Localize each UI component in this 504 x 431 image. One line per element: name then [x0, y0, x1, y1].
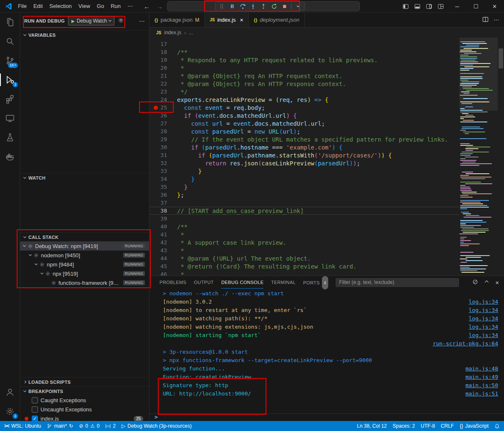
clear-console-icon[interactable]	[472, 279, 478, 286]
line-number[interactable]: 43	[149, 247, 177, 254]
source-link[interactable]: log.js:34	[469, 323, 498, 331]
call-stack-section-header[interactable]: CALL STACK	[20, 232, 149, 241]
toolbar-grip-icon[interactable]	[217, 2, 226, 10]
status-cursor[interactable]: Ln 38, Col 12	[357, 423, 387, 429]
line-number[interactable]: 26	[149, 112, 177, 119]
line-number[interactable]: 25	[149, 104, 177, 111]
callstack-row[interactable]: npx [9519]RUNNING	[20, 269, 149, 278]
line-number[interactable]: 39	[149, 216, 177, 222]
console-filter-input[interactable]	[336, 278, 459, 287]
close-tab-icon[interactable]: ×	[240, 17, 243, 23]
search-icon[interactable]	[0, 32, 20, 51]
panel-tab-output[interactable]: OUTPUT	[194, 276, 214, 289]
source-link[interactable]: log.js:34	[469, 331, 498, 340]
toggle-sidebar-icon[interactable]	[401, 3, 410, 10]
source-link[interactable]: log.js:34	[469, 298, 498, 306]
tab-deployment.json[interactable]: {}deployment.json	[249, 13, 305, 27]
status-bell[interactable]	[494, 423, 500, 429]
breadcrumb[interactable]: JS index.js › ...	[149, 28, 504, 38]
line-number[interactable]: 29	[149, 136, 177, 142]
split-editor-icon[interactable]	[482, 16, 489, 24]
menu-run[interactable]: Run	[107, 0, 124, 13]
close-panel-icon[interactable]: ×	[495, 279, 499, 286]
line-number[interactable]: 42	[149, 239, 177, 246]
back-arrow-icon[interactable]: ←	[144, 3, 150, 10]
source-link[interactable]: run-script-pkg.js:64	[433, 340, 498, 348]
status-language[interactable]: {}JavaScript	[460, 423, 489, 429]
chevron-down-icon[interactable]	[294, 2, 303, 10]
start-debug-icon[interactable]: ▶	[71, 19, 75, 23]
status-encoding[interactable]: UTF-8	[421, 423, 435, 429]
editor-more-actions-icon[interactable]: ⋯	[494, 17, 499, 23]
line-number[interactable]: 46	[149, 271, 177, 276]
docker-icon[interactable]	[0, 147, 20, 166]
toggle-panel-icon[interactable]	[413, 3, 421, 10]
debug-settings-gear-icon[interactable]	[118, 17, 124, 25]
line-number[interactable]: 36	[149, 192, 177, 198]
line-number[interactable]: 33	[149, 168, 177, 174]
breadcrumb-file[interactable]: index.js	[164, 30, 181, 35]
menu-view[interactable]: View	[75, 0, 94, 13]
line-number[interactable]: 18	[149, 49, 177, 55]
close-button[interactable]: ✕	[485, 0, 504, 13]
restart-icon[interactable]	[269, 2, 279, 10]
settings-gear-icon[interactable]: 1	[0, 402, 20, 421]
line-number[interactable]: 34	[149, 176, 177, 182]
minimize-button[interactable]: ─	[448, 0, 466, 13]
checkbox[interactable]	[32, 406, 38, 413]
line-number[interactable]: 38	[149, 208, 177, 214]
source-link[interactable]: main.js:49	[466, 373, 498, 381]
line-number[interactable]: 35	[149, 184, 177, 190]
line-number[interactable]: 40	[149, 223, 177, 230]
customize-layout-icon[interactable]	[436, 3, 445, 10]
checkbox[interactable]	[32, 397, 38, 403]
line-number[interactable]: 27	[149, 120, 177, 127]
line-number[interactable]: 20	[149, 65, 177, 71]
tab-package.json[interactable]: {}package.jsonM	[149, 13, 205, 27]
callstack-row[interactable]: nodemon [9450]RUNNING	[20, 251, 149, 260]
debug-console-input[interactable]: >	[149, 413, 504, 421]
source-control-icon[interactable]: 1K+	[0, 51, 20, 70]
panel-tab-ports[interactable]: PORTS2	[303, 276, 328, 289]
more-actions-icon[interactable]: ⋯	[139, 18, 145, 24]
menu-edit[interactable]: Edit	[30, 0, 46, 13]
source-link[interactable]: log.js:34	[469, 314, 498, 323]
remote-explorer-icon[interactable]	[0, 109, 20, 128]
step-into-icon[interactable]	[248, 2, 258, 10]
breadcrumb-symbol[interactable]: ...	[189, 30, 193, 35]
status-indent[interactable]: Spaces: 2	[393, 423, 415, 429]
callstack-row[interactable]: Debug Watch: npm [9419]RUNNING	[20, 241, 149, 251]
line-number[interactable]: 45	[149, 263, 177, 269]
pause-icon[interactable]	[228, 2, 237, 10]
menu-selection[interactable]: Selection	[46, 0, 75, 13]
line-number[interactable]: 24	[149, 96, 177, 103]
status-eol[interactable]: CRLF	[441, 423, 454, 429]
source-link[interactable]: main.js:48	[466, 365, 498, 373]
status-branch[interactable]: main*↻	[47, 423, 73, 429]
maximize-button[interactable]: ☐	[466, 0, 485, 13]
minimap[interactable]	[459, 38, 498, 276]
line-number[interactable]: 41	[149, 231, 177, 238]
step-over-icon[interactable]	[238, 2, 247, 10]
tab-index.js[interactable]: JSindex.js×	[205, 13, 249, 27]
breakpoint-row[interactable]: Uncaught Exceptions	[20, 405, 149, 414]
scrollbar-thumb[interactable]	[499, 48, 503, 68]
breakpoint-dot[interactable]	[154, 106, 158, 110]
debug-console-output[interactable]: > nodemon --watch ./ --exec npm start[no…	[149, 289, 504, 413]
toggle-secondary-sidebar-icon[interactable]	[425, 3, 433, 10]
line-number[interactable]: 44	[149, 255, 177, 261]
source-link[interactable]: main.js:51	[466, 390, 498, 398]
extensions-icon[interactable]	[0, 89, 20, 109]
line-number[interactable]: 31	[149, 152, 177, 158]
callstack-row[interactable]: npm [9484]RUNNING	[20, 260, 149, 269]
line-number[interactable]: 17	[149, 41, 177, 47]
menu-go[interactable]: Go	[94, 0, 107, 13]
line-number[interactable]: 37	[149, 200, 177, 206]
code-editor[interactable]: 1718/**19 * Responds to any HTTP request…	[149, 38, 504, 276]
line-number[interactable]: 21	[149, 73, 177, 79]
status-problems[interactable]: ⊘0⚠0	[79, 423, 99, 429]
menu-file[interactable]: File	[15, 0, 30, 13]
source-link[interactable]: log.js:34	[469, 306, 498, 314]
menu-more[interactable]: ⋯	[124, 0, 136, 13]
breakpoint-row[interactable]: Caught Exceptions	[20, 396, 149, 405]
